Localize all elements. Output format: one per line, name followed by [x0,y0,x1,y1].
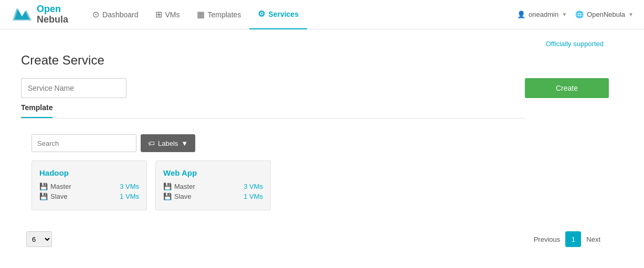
right-column: Create [525,78,609,98]
template-section: 🏷 Labels ▼ Hadoop 💾 Master [21,129,525,216]
per-page-dropdown[interactable]: 6 12 24 48 [26,231,52,247]
username: oneadmin [529,10,558,18]
card-webapp-row-1: 💾 Slave 1 VMs [163,192,263,200]
nav-services[interactable]: ⚙ Services [249,0,307,29]
search-input[interactable] [31,134,136,152]
officially-supported-link[interactable]: Officially supported [21,40,609,48]
card-webapp-row-0: 💾 Master 3 VMs [163,183,263,190]
vm-icon-hadoop-master: 💾 [39,183,48,190]
card-hadoop[interactable]: Hadoop 💾 Master 3 VMs 💾 Slave [31,160,147,210]
vm-icon-webapp-master: 💾 [163,183,172,190]
dashboard-icon: ⊙ [92,9,99,19]
service-name-input[interactable] [21,78,126,98]
user-menu[interactable]: 👤 oneadmin ▼ [517,10,567,18]
main-header: Open Nebula ⊙ Dashboard ⊞ VMs ▦ Template… [0,0,644,29]
card-hadoop-row-0: 💾 Master 3 VMs [39,183,139,190]
search-labels-row: 🏷 Labels ▼ [31,134,514,152]
pagination-controls: Previous 1 Next [531,231,604,247]
labels-button[interactable]: 🏷 Labels ▼ [141,134,195,152]
tabs-bar: Template [21,98,525,119]
main-content: Officially supported Create Service Temp… [0,29,630,258]
create-button[interactable]: Create [525,78,609,98]
labels-button-text: Labels [158,140,178,147]
nav-dashboard[interactable]: ⊙ Dashboard [84,0,147,29]
cloud-icon: 🌐 [575,10,584,18]
per-page-select: 6 12 24 48 [26,231,52,247]
cloud-name: OpenNebula [587,10,625,18]
nav-templates[interactable]: ▦ Templates [188,0,250,29]
cloud-chevron-icon: ▼ [628,12,634,17]
user-chevron-icon: ▼ [562,12,567,17]
user-icon: 👤 [517,10,525,18]
logo[interactable]: Open Nebula [10,4,68,26]
top-row: Template 🏷 Labels ▼ Hadoop [21,78,609,216]
pagination-row: 6 12 24 48 Previous 1 Next [21,231,609,247]
vms-icon: ⊞ [155,9,162,19]
services-icon: ⚙ [258,9,265,19]
logo-nebula: Nebula [37,15,68,25]
header-right: 👤 oneadmin ▼ 🌐 OpenNebula ▼ [517,10,634,18]
cloud-menu[interactable]: 🌐 OpenNebula ▼ [575,10,634,18]
vm-icon-webapp-slave: 💾 [163,192,172,200]
card-webapp-title: Web App [163,168,263,177]
tab-template[interactable]: Template [21,98,52,118]
card-webapp[interactable]: Web App 💾 Master 3 VMs 💾 Slave [155,160,271,210]
page-1-button[interactable]: 1 [565,231,581,247]
previous-button[interactable]: Previous [531,235,564,243]
logo-icon [10,4,33,26]
templates-icon: ▦ [197,9,205,19]
vm-icon-hadoop-slave: 💾 [39,192,48,200]
cards-grid: Hadoop 💾 Master 3 VMs 💾 Slave [31,160,514,210]
main-nav: ⊙ Dashboard ⊞ VMs ▦ Templates ⚙ Services [84,0,517,29]
labels-chevron-icon: ▼ [181,140,188,147]
logo-open: Open [37,4,68,15]
next-button[interactable]: Next [583,235,604,243]
left-column: Template 🏷 Labels ▼ Hadoop [21,78,525,216]
card-hadoop-title: Hadoop [39,168,139,177]
page-title: Create Service [21,53,609,68]
nav-vms[interactable]: ⊞ VMs [147,0,188,29]
label-tag-icon: 🏷 [148,140,155,147]
card-hadoop-row-1: 💾 Slave 1 VMs [39,192,139,200]
